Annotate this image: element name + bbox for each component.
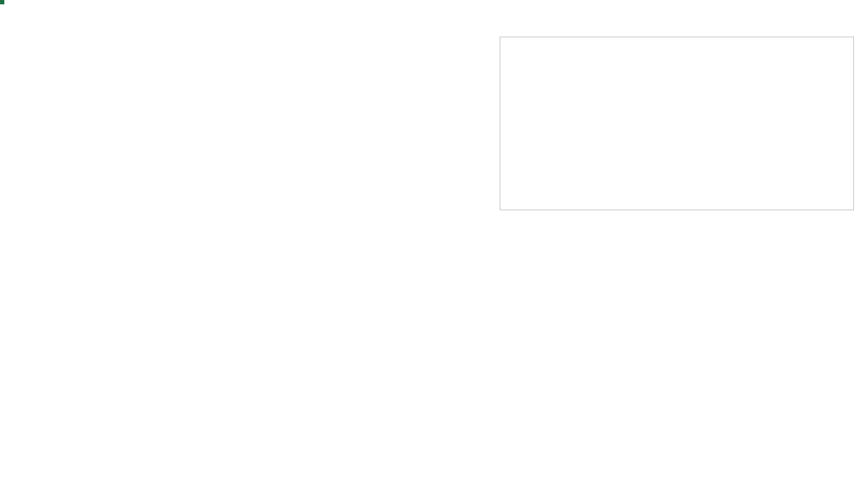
- chart-plot-area: [533, 63, 845, 176]
- chart-container[interactable]: [500, 37, 854, 210]
- promo-text: [139, 278, 730, 312]
- active-cell-outline: [0, 0, 3, 3]
- fill-handle[interactable]: [0, 0, 4, 4]
- chart-title: [500, 37, 853, 41]
